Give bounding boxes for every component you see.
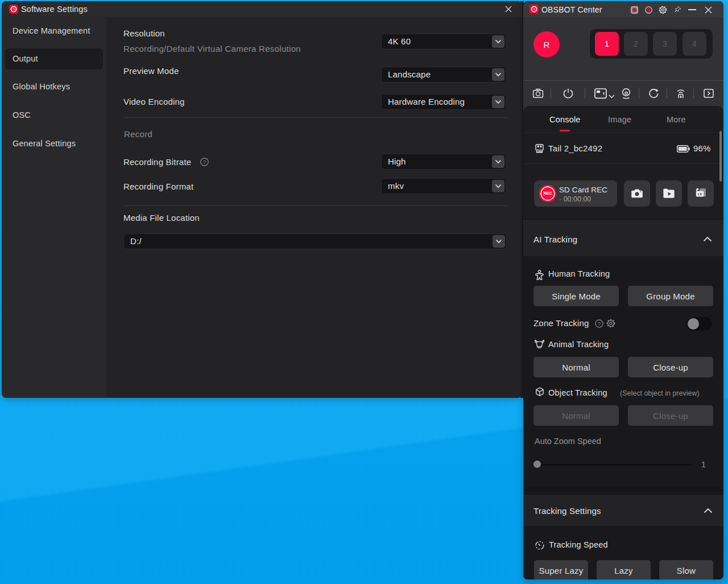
svg-text:?: ?	[203, 159, 206, 165]
svg-text:LS: LS	[698, 192, 702, 196]
svg-text:REC: REC	[544, 191, 552, 195]
svg-text:?: ?	[598, 321, 601, 327]
svg-text:MTP: MTP	[537, 150, 543, 153]
